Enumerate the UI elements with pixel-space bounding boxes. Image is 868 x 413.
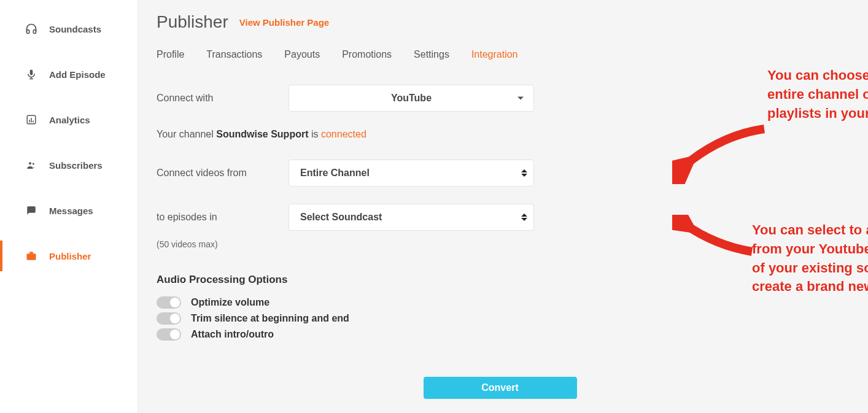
videos-from-dropdown[interactable]: Entire Channel bbox=[289, 160, 534, 187]
sort-icon bbox=[521, 169, 527, 177]
sidebar-item-label: Add Episode bbox=[49, 69, 106, 80]
videos-from-row: Connect videos from Entire Channel bbox=[157, 160, 843, 187]
option-label: Optimize volume bbox=[191, 297, 269, 308]
connect-with-label: Connect with bbox=[157, 93, 289, 104]
option-optimize-volume: Optimize volume bbox=[157, 295, 843, 311]
connect-with-value: YouTube bbox=[391, 93, 432, 104]
toggle-optimize-volume[interactable] bbox=[157, 296, 181, 309]
connected-status: connected bbox=[321, 129, 366, 139]
toggle-attach-intro[interactable] bbox=[157, 328, 181, 341]
svg-point-4 bbox=[29, 162, 31, 164]
svg-point-5 bbox=[33, 163, 34, 165]
tab-integration[interactable]: Integration bbox=[471, 49, 518, 60]
sidebar-item-label: Subscribers bbox=[49, 160, 103, 171]
view-publisher-link[interactable]: View Publisher Page bbox=[239, 17, 329, 28]
sidebar-item-label: Publisher bbox=[49, 251, 91, 261]
sidebar-item-subscribers[interactable]: Subscribers bbox=[0, 142, 138, 188]
episodes-in-dropdown[interactable]: Select Soundcast bbox=[289, 204, 534, 231]
sidebar-item-analytics[interactable]: Analytics bbox=[0, 97, 138, 142]
videos-from-label: Connect videos from bbox=[157, 168, 289, 179]
tab-settings[interactable]: Settings bbox=[414, 49, 449, 60]
videos-from-value: Entire Channel bbox=[300, 168, 370, 179]
option-label: Attach intro/outro bbox=[191, 329, 274, 340]
svg-rect-1 bbox=[29, 120, 30, 123]
tab-payouts[interactable]: Payouts bbox=[284, 49, 320, 60]
mic-icon bbox=[25, 68, 38, 81]
chart-icon bbox=[25, 113, 38, 126]
option-attach-intro: Attach intro/outro bbox=[157, 326, 843, 342]
videos-max-hint: (50 videos max) bbox=[157, 239, 843, 249]
connection-status: Your channel Soundwise Support is connec… bbox=[157, 129, 843, 140]
sidebar-item-add-episode[interactable]: Add Episode bbox=[0, 52, 138, 97]
sidebar-item-label: Analytics bbox=[49, 115, 90, 125]
sidebar-item-messages[interactable]: Messages bbox=[0, 188, 138, 233]
convert-button[interactable]: Convert bbox=[424, 377, 577, 399]
episodes-in-value: Select Soundcast bbox=[300, 212, 382, 223]
svg-rect-3 bbox=[33, 121, 34, 123]
sidebar-item-soundcasts[interactable]: Soundcasts bbox=[0, 6, 138, 52]
episodes-in-row: to episodes in Select Soundcast bbox=[157, 204, 843, 231]
tab-bar: Profile Transactions Payouts Promotions … bbox=[157, 49, 843, 60]
annotation-select-soundcast: You can select to add the content from y… bbox=[752, 221, 868, 296]
headphones-icon bbox=[25, 22, 38, 36]
channel-name: Soundwise Support bbox=[216, 129, 308, 139]
page-title: Publisher bbox=[157, 12, 228, 32]
sidebar-item-label: Soundcasts bbox=[49, 24, 101, 34]
briefcase-icon bbox=[25, 249, 38, 263]
toggle-trim-silence[interactable] bbox=[157, 312, 181, 325]
annotation-channel-or-playlist: You can choose to convert the entire cha… bbox=[767, 66, 868, 123]
tab-transactions[interactable]: Transactions bbox=[206, 49, 262, 60]
svg-rect-2 bbox=[31, 118, 32, 123]
chevron-down-icon bbox=[517, 97, 524, 100]
sidebar: Soundcasts Add Episode Analytics Subscri… bbox=[0, 0, 138, 413]
message-icon bbox=[25, 204, 38, 217]
connect-with-row: Connect with YouTube bbox=[157, 85, 843, 112]
connect-with-dropdown[interactable]: YouTube bbox=[289, 85, 534, 112]
episodes-in-label: to episodes in bbox=[157, 212, 289, 223]
tab-profile[interactable]: Profile bbox=[157, 49, 184, 60]
people-icon bbox=[25, 158, 38, 172]
sort-icon bbox=[521, 214, 527, 221]
sidebar-item-label: Messages bbox=[49, 206, 93, 216]
sidebar-item-publisher[interactable]: Publisher bbox=[0, 233, 138, 279]
tab-promotions[interactable]: Promotions bbox=[342, 49, 392, 60]
option-trim-silence: Trim silence at beginning and end bbox=[157, 311, 843, 326]
svg-rect-6 bbox=[27, 253, 36, 260]
option-label: Trim silence at beginning and end bbox=[191, 313, 349, 324]
audio-options-title: Audio Processing Options bbox=[157, 274, 843, 286]
page-header: Publisher View Publisher Page bbox=[157, 12, 843, 32]
main-content: Publisher View Publisher Page Profile Tr… bbox=[138, 0, 868, 413]
